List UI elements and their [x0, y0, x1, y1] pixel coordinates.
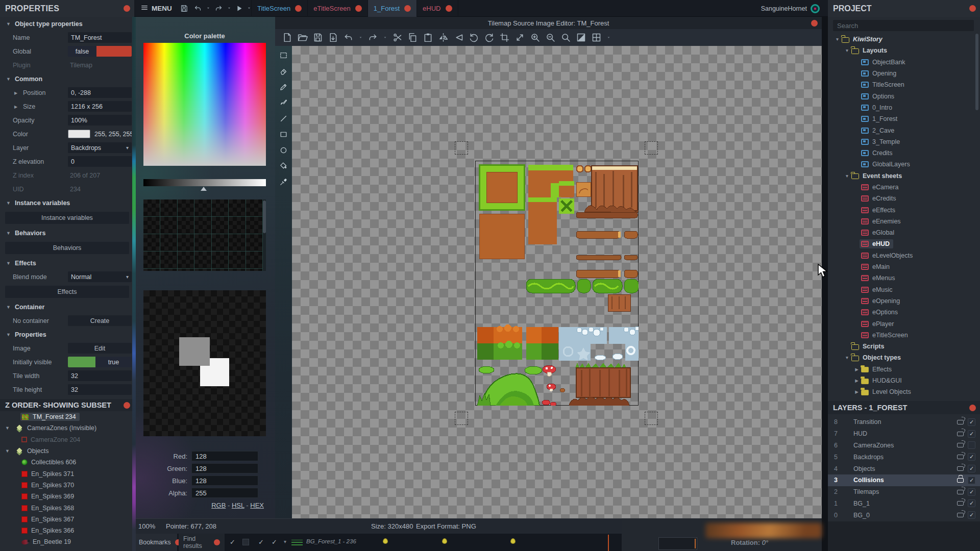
zorder-item[interactable]: Collectibles 606	[0, 457, 134, 468]
bookmark-marker-icon[interactable]	[442, 538, 447, 544]
tree-item-options[interactable]: Options	[828, 90, 977, 102]
palette-swatch[interactable]	[143, 217, 160, 234]
eyedropper-tool-icon[interactable]	[279, 178, 288, 188]
tree-item-hud&gui[interactable]: ▶HUD&GUI	[828, 375, 977, 386]
resize-icon[interactable]	[514, 32, 525, 43]
zorder-item[interactable]: En_Beetle 19	[0, 536, 134, 547]
tree-arrow-icon[interactable]: ▼	[843, 355, 851, 360]
instance-variables-button[interactable]: Instance variables	[0, 210, 134, 226]
tilemap-image[interactable]	[475, 161, 639, 406]
tab-close-dot[interactable]	[295, 5, 302, 12]
crop-icon[interactable]	[499, 32, 510, 43]
tree-item-emain[interactable]: eMain	[828, 261, 977, 272]
palette-swatch[interactable]	[178, 234, 194, 251]
timeline-check-icon[interactable]: ✓	[258, 538, 264, 546]
zorder-item[interactable]: ▼Objects	[0, 445, 134, 457]
visibility-checkbox[interactable]: ✓	[968, 488, 975, 496]
palette-swatch[interactable]	[178, 269, 194, 271]
zorder-item[interactable]: CameraZone 204	[0, 434, 134, 445]
current-color-swatch[interactable]	[179, 337, 210, 366]
tree-item-2_cave[interactable]: 2_Cave	[828, 124, 977, 136]
brightness-bar[interactable]	[143, 179, 266, 186]
property-dropdown[interactable]: Backdrops▾	[68, 142, 132, 153]
marquee-select-tool-icon[interactable]	[279, 51, 288, 62]
tree-item-eeffects[interactable]: eEffects	[828, 204, 977, 215]
tree-arrow-icon[interactable]: ▼	[843, 173, 851, 179]
expand-icon[interactable]: ▶	[14, 104, 17, 109]
lock-icon[interactable]	[957, 478, 964, 483]
zorder-item[interactable]: En_Spikes 366	[0, 525, 134, 536]
red-field[interactable]	[191, 451, 258, 461]
caret-icon[interactable]	[205, 0, 212, 16]
rotate-cw-icon[interactable]	[484, 32, 495, 43]
palette-swatch[interactable]	[212, 217, 228, 234]
collapse-arrow-icon[interactable]: ▼	[5, 425, 12, 431]
alpha-field[interactable]	[191, 488, 258, 498]
bookmarks-tab[interactable]: Bookmarks	[134, 534, 177, 551]
brightness-marker[interactable]	[201, 187, 207, 191]
tree-arrow-icon[interactable]: ▶	[852, 378, 861, 383]
grid-icon[interactable]	[591, 32, 602, 43]
visibility-checkbox[interactable]: ✓	[968, 453, 975, 461]
palette-swatch[interactable]	[160, 234, 177, 251]
effects-button[interactable]: Effects	[0, 284, 134, 300]
unlock-icon[interactable]	[957, 466, 964, 471]
tree-item-eplayer[interactable]: ePlayer	[828, 318, 977, 329]
palette-swatch[interactable]	[160, 269, 177, 271]
tree-arrow-icon[interactable]: ▼	[843, 48, 851, 53]
visibility-checkbox[interactable]: ✓	[968, 430, 975, 438]
property-value[interactable]: 32	[68, 370, 132, 381]
tree-item-3_temple[interactable]: 3_Temple	[828, 136, 977, 147]
tab-close-dot[interactable]	[446, 5, 452, 12]
section-header[interactable]: ▼Object type properties	[0, 17, 134, 31]
rectangle-tool-icon[interactable]	[279, 130, 288, 141]
collapse-arrow-icon[interactable]: ▼	[5, 448, 12, 454]
zorder-item[interactable]: En_Spikes 369	[0, 491, 134, 502]
copy-icon[interactable]	[407, 32, 418, 43]
paste-icon[interactable]	[423, 32, 433, 43]
export-file-icon[interactable]	[328, 32, 338, 43]
timeline-scrubber[interactable]	[658, 537, 697, 550]
palette-scrollbar[interactable]	[263, 199, 266, 271]
tree-arrow-icon[interactable]: ▶	[852, 367, 861, 372]
property-value[interactable]: TM_Forest	[68, 32, 132, 43]
palette-swatch[interactable]	[229, 252, 245, 268]
tree-item-level-objects[interactable]: ▶Level Objects	[828, 386, 977, 397]
palette-swatch[interactable]	[246, 217, 262, 234]
hsl-mode-link[interactable]: HSL	[232, 502, 244, 509]
palette-swatch[interactable]	[212, 199, 228, 216]
tree-item-etitlescreen[interactable]: eTitleScreen	[828, 330, 977, 341]
property-value[interactable]: 0	[68, 156, 132, 167]
section-header[interactable]: ▼Instance variables	[0, 196, 134, 210]
search-input[interactable]	[833, 20, 974, 31]
property-value[interactable]: 1216 x 256	[68, 101, 132, 112]
project-scrollbar[interactable]	[975, 34, 978, 110]
palette-swatch[interactable]	[229, 234, 245, 251]
palette-swatch[interactable]	[178, 199, 194, 216]
timeline-check-icon[interactable]: ✓	[272, 538, 277, 546]
bookmark-marker-icon[interactable]	[383, 538, 388, 544]
layer-row-collisions[interactable]: 3Collisions✓	[828, 474, 980, 486]
rgb-mode-link[interactable]: RGB	[211, 502, 226, 509]
selection-handle-bottom-left[interactable]	[455, 412, 468, 425]
boolean-toggle[interactable]: false	[68, 46, 132, 57]
zoom-out-icon[interactable]	[545, 32, 556, 43]
eraser-tool-icon[interactable]	[279, 67, 288, 78]
property-value[interactable]: 0, -288	[68, 87, 132, 98]
fill-tool-icon[interactable]	[279, 162, 288, 172]
zorder-item[interactable]: ▼CameraZones (Invisible)	[0, 422, 134, 434]
tree-arrow-icon[interactable]: ▼	[833, 37, 842, 42]
tab-close-dot[interactable]	[404, 5, 411, 12]
palette-swatch[interactable]	[194, 217, 211, 234]
timeline-collapse-icon[interactable]: ▾	[284, 539, 286, 544]
visibility-checkbox[interactable]: ✓	[968, 418, 975, 426]
section-header[interactable]: ▼Common	[0, 72, 134, 86]
visibility-checkbox[interactable]: ✓	[968, 477, 975, 484]
tree-item-titlescreen[interactable]: TitleScreen	[828, 79, 977, 90]
green-field[interactable]	[191, 463, 258, 473]
tree-item-layouts[interactable]: ▼Layouts	[828, 45, 977, 56]
tab-1_Forest[interactable]: 1_Forest	[368, 0, 417, 17]
layer-row-tilemaps[interactable]: 2Tilemaps✓	[828, 486, 980, 498]
palette-swatch[interactable]	[246, 234, 262, 251]
section-header[interactable]: ▼Properties	[0, 328, 134, 341]
